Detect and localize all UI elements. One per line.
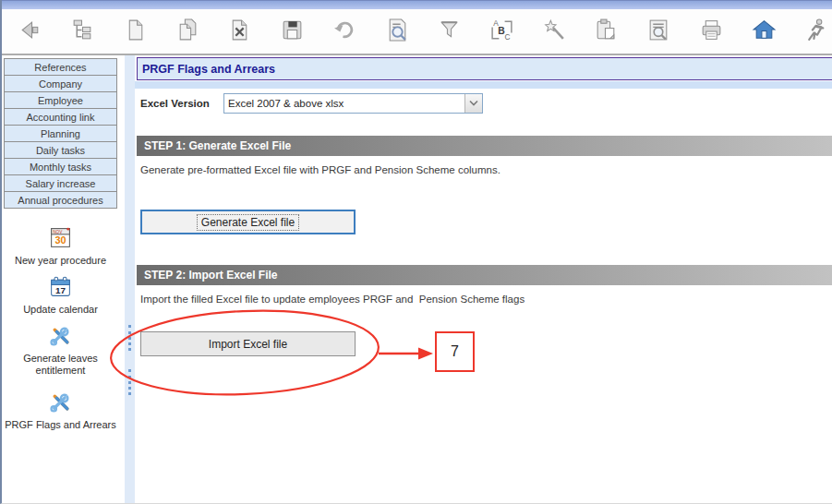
- splitter-grip: [128, 369, 131, 395]
- magic-wand-icon: [542, 18, 567, 46]
- sidebar-item-annual-procedures[interactable]: Annual procedures: [4, 191, 117, 209]
- print-button[interactable]: [695, 16, 727, 47]
- callout-number-text: 7: [451, 343, 459, 360]
- generate-excel-file-button[interactable]: Generate Excel file: [140, 210, 356, 234]
- sidebar-item-salary-increase[interactable]: Salary increase: [4, 174, 117, 192]
- sidebar-item-company[interactable]: Company: [4, 75, 117, 92]
- undo-icon: [332, 18, 357, 46]
- sidebar-item-label: Planning: [41, 128, 80, 139]
- sidebar-item-label: PRGF Flags and Arrears: [4, 419, 117, 431]
- tree-view-icon: [70, 18, 95, 46]
- step1-description: Generate pre-formatted Excel file with P…: [140, 164, 500, 175]
- step2-header: STEP 2: Import Excel File: [137, 265, 832, 285]
- page-title-text: PRGF Flags and Arrears: [142, 63, 275, 76]
- callout-step-number: 7: [435, 331, 475, 372]
- sidebar-item-label: New year procedure: [4, 255, 117, 267]
- paste-document-button[interactable]: [591, 16, 622, 47]
- preview-document-button[interactable]: [644, 16, 675, 47]
- sidebar-item-label: Company: [39, 78, 82, 90]
- main-toolbar: ABC: [2, 9, 832, 55]
- main-content: PRGF Flags and Arrears Excel Version Exc…: [135, 55, 832, 503]
- excel-version-row: Excel Version Excel 2007 & above xlsx: [140, 92, 483, 114]
- sidebar-item-planning[interactable]: Planning: [4, 125, 117, 142]
- copy-document-icon: [175, 18, 200, 46]
- sidebar-item-accounting-link[interactable]: Accounting link: [4, 108, 117, 126]
- import-button-label: Import Excel file: [209, 338, 287, 351]
- wizard-button[interactable]: [538, 16, 570, 47]
- preview-document-icon: [646, 18, 671, 46]
- save-floppy-icon: [280, 18, 305, 46]
- sidebar-item-monthly-tasks[interactable]: Monthly tasks: [4, 158, 117, 175]
- sort-abc-icon: ABC: [489, 18, 514, 46]
- sidebar-item-generate-leaves-entitlement[interactable]: Generate leaves entitlement: [4, 323, 117, 377]
- delete-document-icon: [227, 18, 252, 46]
- filter-funnel-icon: [437, 18, 462, 46]
- sidebar-item-label: Generate leaves entitlement: [4, 353, 117, 377]
- import-excel-file-button[interactable]: Import Excel file: [140, 331, 356, 356]
- sidebar-item-prgf-flags-and-arrears[interactable]: PRGF Flags and Arrears: [4, 390, 117, 431]
- exit-button[interactable]: [801, 16, 832, 47]
- window-title-bar: [2, 0, 832, 9]
- calendar-month-text: NOV: [53, 230, 63, 234]
- copy-document-button[interactable]: [172, 16, 203, 47]
- save-button[interactable]: [277, 16, 308, 47]
- print-preview-icon: [385, 18, 410, 46]
- calendar-17-icon: 17: [48, 274, 73, 299]
- sidebar-item-label: Annual procedures: [18, 195, 102, 206]
- sidebar: References Company Employee Accounting l…: [4, 55, 125, 503]
- application-window: ABC References Company Employee Accounti…: [0, 0, 832, 504]
- excel-version-select[interactable]: Excel 2007 & above xlsx: [223, 93, 483, 114]
- generate-button-label: Generate Excel file: [198, 215, 298, 230]
- printer-icon: [699, 18, 724, 46]
- chevron-down-icon: [469, 100, 478, 106]
- print-preview-button[interactable]: [381, 16, 413, 47]
- sidebar-item-daily-tasks[interactable]: Daily tasks: [4, 141, 117, 159]
- tree-view-button[interactable]: [67, 16, 99, 47]
- sidebar-tab-list: References Company Employee Accounting l…: [4, 58, 117, 208]
- filter-button[interactable]: [434, 16, 465, 47]
- delete-document-button[interactable]: [224, 16, 256, 47]
- excel-version-label: Excel Version: [140, 98, 223, 109]
- sort-letter-c: C: [505, 31, 511, 41]
- combo-dropdown-button[interactable]: [464, 94, 482, 113]
- sidebar-item-label: Monthly tasks: [30, 162, 91, 173]
- header-divider-band: [135, 81, 832, 89]
- previous-record-icon: [18, 18, 43, 46]
- new-document-icon: [123, 18, 148, 46]
- exit-runner-icon: [803, 18, 828, 46]
- sidebar-item-employee[interactable]: Employee: [4, 91, 117, 109]
- step2-description: Import the filled Excel file to update e…: [140, 294, 525, 305]
- sidebar-item-label: Salary increase: [26, 178, 96, 189]
- step1-header: STEP 1: Generate Excel File: [137, 136, 832, 156]
- sidebar-item-label: Daily tasks: [36, 145, 85, 156]
- sidebar-item-new-year-procedure[interactable]: NOV30 New year procedure: [4, 225, 117, 267]
- tools-icon: [48, 390, 73, 414]
- tools-icon: [48, 323, 73, 348]
- sidebar-item-label: References: [34, 62, 86, 73]
- step1-header-text: STEP 1: Generate Excel File: [144, 139, 291, 152]
- home-button[interactable]: [748, 16, 779, 47]
- undo-button[interactable]: [329, 16, 360, 47]
- sidebar-item-label: Accounting link: [27, 112, 95, 123]
- previous-record-button[interactable]: [15, 16, 46, 47]
- sort-abc-button[interactable]: ABC: [486, 16, 517, 47]
- calendar-30-icon: NOV30: [48, 225, 73, 250]
- sidebar-item-label: Update calendar: [4, 304, 117, 316]
- sidebar-item-label: Employee: [38, 95, 83, 106]
- sidebar-tool-list: NOV30 New year procedure 17 Update calen…: [4, 218, 117, 431]
- calendar-day-text: 30: [54, 234, 66, 246]
- new-document-button[interactable]: [119, 16, 151, 47]
- home-icon: [752, 18, 777, 46]
- excel-version-value: Excel 2007 & above xlsx: [224, 98, 344, 109]
- sidebar-item-update-calendar[interactable]: 17 Update calendar: [4, 274, 117, 316]
- page-title: PRGF Flags and Arrears: [137, 57, 832, 80]
- step2-header-text: STEP 2: Import Excel File: [144, 269, 278, 282]
- splitter-grip: [128, 325, 131, 351]
- sidebar-splitter[interactable]: [125, 55, 135, 503]
- calendar-day-text: 17: [55, 285, 66, 295]
- clipboard-paste-icon: [594, 18, 619, 46]
- sidebar-item-references[interactable]: References: [4, 58, 117, 76]
